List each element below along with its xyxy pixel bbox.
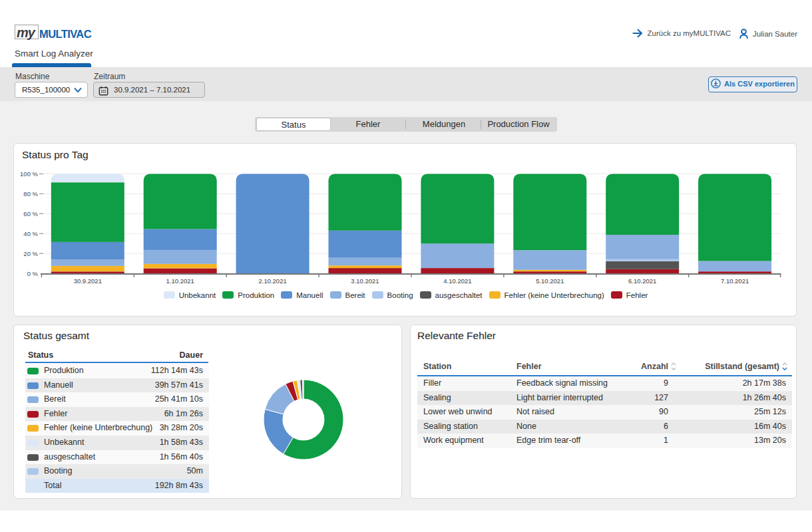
svg-text:20 %: 20 % <box>23 250 38 257</box>
svg-text:30.9.2021: 30.9.2021 <box>74 277 102 285</box>
svg-text:4.10.2021: 4.10.2021 <box>443 277 471 285</box>
svg-text:3.10.2021: 3.10.2021 <box>351 277 379 285</box>
svg-text:40 %: 40 % <box>23 230 38 237</box>
svg-text:5.10.2021: 5.10.2021 <box>536 277 564 285</box>
svg-text:2.10.2021: 2.10.2021 <box>258 277 286 285</box>
svg-text:80 %: 80 % <box>23 190 38 198</box>
svg-text:0 %: 0 % <box>27 270 39 277</box>
svg-text:7.10.2021: 7.10.2021 <box>721 277 749 285</box>
svg-text:1.10.2021: 1.10.2021 <box>166 277 194 285</box>
svg-text:100 %: 100 % <box>20 170 38 178</box>
svg-text:60 %: 60 % <box>23 210 38 217</box>
svg-text:6.10.2021: 6.10.2021 <box>628 277 656 285</box>
